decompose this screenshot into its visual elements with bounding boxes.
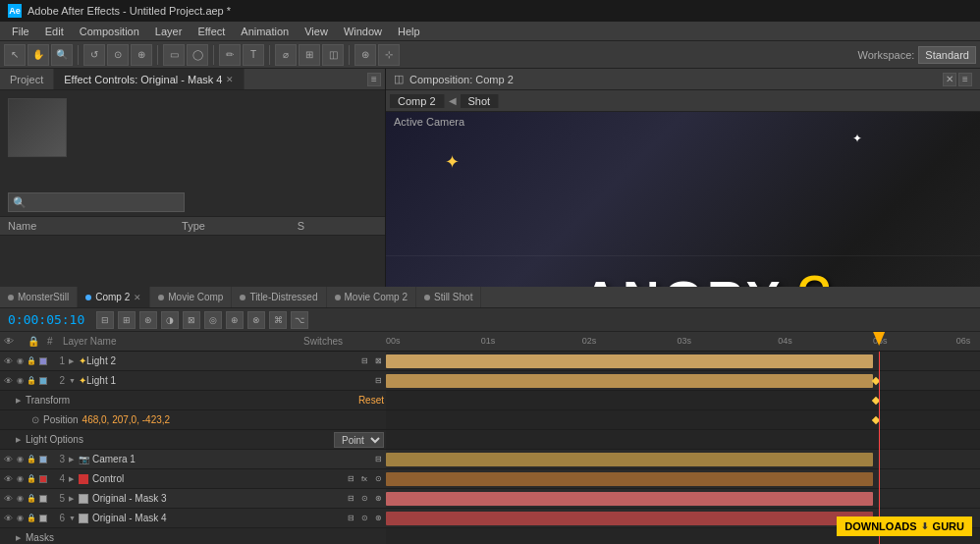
solo-layer3[interactable]: ◉ — [14, 454, 26, 465]
tab-comp2-close[interactable]: ✕ — [134, 293, 141, 302]
tl-btn-3[interactable]: ⊛ — [139, 311, 157, 329]
eye-layer3[interactable]: 👁 — [2, 454, 14, 465]
panel-menu[interactable]: ≡ — [367, 73, 381, 86]
eye-layer5[interactable]: 👁 — [2, 493, 14, 505]
tool-puppet[interactable]: ⊹ — [378, 44, 400, 66]
lock-layer1[interactable]: 🔒 — [26, 355, 37, 367]
expand-layer4[interactable] — [69, 474, 79, 483]
tool-rotate[interactable]: ↺ — [83, 44, 105, 66]
menu-help[interactable]: Help — [390, 24, 428, 39]
tl-btn-2[interactable]: ⊞ — [118, 311, 136, 329]
layer-row-3[interactable]: 👁 ◉ 🔒 3 📷 Camera 1 ⊟ — [0, 450, 386, 469]
expand-layer6[interactable] — [69, 514, 79, 522]
eye-layer2[interactable]: 👁 — [2, 375, 14, 387]
tool-camera-orbit[interactable]: ⊙ — [107, 44, 129, 66]
tool-hand[interactable]: ✋ — [27, 44, 49, 66]
expand-masks[interactable] — [16, 533, 26, 542]
tool-text[interactable]: T — [243, 44, 264, 66]
timeline-tab-titledistressed[interactable]: Title-Distressed — [232, 287, 326, 307]
solo-layer6[interactable]: ◉ — [14, 513, 26, 524]
layer-row-4[interactable]: 👁 ◉ 🔒 4 Control ⊟ fx ⊙ — [0, 469, 386, 489]
tl-btn-10[interactable]: ⌥ — [291, 311, 308, 329]
tool-pan[interactable]: ⊕ — [131, 44, 152, 66]
menu-animation[interactable]: Animation — [233, 24, 297, 39]
sw1[interactable]: ⊟ — [358, 355, 370, 367]
timeline-tab-comp2[interactable]: Comp 2 ✕ — [78, 287, 150, 307]
layer-row-5[interactable]: 👁 ◉ 🔒 5 Original - Mask 3 ⊟ ⊙ ⊛ — [0, 489, 386, 509]
expand-layer2[interactable] — [69, 376, 79, 385]
lock-layer4[interactable]: 🔒 — [26, 473, 37, 485]
track-row-1[interactable] — [386, 352, 980, 371]
sw-l5-3[interactable]: ⊛ — [372, 493, 384, 505]
menu-edit[interactable]: Edit — [37, 24, 72, 39]
track-row-4[interactable] — [386, 469, 980, 489]
tool-pen[interactable]: ✏ — [219, 44, 241, 66]
tool-mask-rect[interactable]: ▭ — [163, 44, 185, 66]
comp-nav-arrow[interactable]: ◀ — [449, 95, 457, 106]
lock-layer5[interactable]: 🔒 — [26, 493, 37, 505]
menu-composition[interactable]: Composition — [72, 24, 147, 39]
timeline-tab-stillshot[interactable]: Still Shot — [416, 287, 481, 307]
tool-arrow[interactable]: ↖ — [4, 44, 26, 66]
sw-l6-1[interactable]: ⊟ — [345, 513, 356, 524]
tool-zoom[interactable]: 🔍 — [51, 44, 73, 66]
eye-layer1[interactable]: 👁 — [2, 355, 14, 367]
tool-eraser[interactable]: ◫ — [322, 44, 344, 66]
lock-layer6[interactable]: 🔒 — [26, 513, 37, 524]
layer-row-6[interactable]: 👁 ◉ 🔒 6 Original - Mask 4 ⊟ ⊙ ⊛ — [0, 509, 386, 528]
workspace-selector[interactable]: Standard — [918, 46, 976, 64]
sw-l3-1[interactable]: ⊟ — [372, 454, 384, 465]
track-row-5[interactable] — [386, 489, 980, 509]
menu-effect[interactable]: Effect — [190, 24, 233, 39]
sw-l5-2[interactable]: ⊙ — [358, 493, 370, 505]
lock-layer3[interactable]: 🔒 — [26, 454, 37, 465]
expand-lightopts[interactable] — [16, 435, 26, 444]
sw-l4-2[interactable]: fx — [358, 473, 370, 485]
lock-layer2[interactable]: 🔒 — [26, 375, 37, 387]
solo-layer2[interactable]: ◉ — [14, 375, 26, 387]
search-input[interactable] — [8, 192, 185, 212]
sw2[interactable]: ⊠ — [372, 355, 384, 367]
menu-view[interactable]: View — [297, 24, 336, 39]
track-row-3[interactable] — [386, 450, 980, 469]
time-display[interactable]: 0:00:05:10 — [8, 312, 84, 327]
solo-layer5[interactable]: ◉ — [14, 493, 26, 505]
expand-transform[interactable] — [16, 396, 26, 405]
menu-file[interactable]: File — [4, 24, 37, 39]
comp-nav-shot[interactable]: Shot — [461, 94, 500, 108]
tool-mask-ellipse[interactable]: ◯ — [187, 44, 208, 66]
comp-panel-close[interactable]: ✕ — [943, 73, 956, 86]
tool-brush[interactable]: ⌀ — [275, 44, 297, 66]
timeline-tab-monsterstill[interactable]: MonsterStill — [0, 287, 78, 307]
eye-layer4[interactable]: 👁 — [2, 473, 14, 485]
tool-clone[interactable]: ⊞ — [299, 44, 320, 66]
tab-project[interactable]: Project — [0, 69, 54, 89]
tab-close[interactable]: ✕ — [226, 75, 234, 84]
menu-layer[interactable]: Layer — [147, 24, 191, 39]
sw-l5-1[interactable]: ⊟ — [345, 493, 356, 505]
tl-btn-4[interactable]: ◑ — [161, 311, 179, 329]
solo-layer1[interactable]: ◉ — [14, 355, 26, 367]
comp-nav-comp2[interactable]: Comp 2 — [390, 94, 445, 108]
transform-reset[interactable]: Reset — [358, 395, 384, 406]
eye-layer6[interactable]: 👁 — [2, 513, 14, 524]
sw-l4-1[interactable]: ⊟ — [345, 473, 356, 485]
sw-l6-3[interactable]: ⊛ — [372, 513, 384, 524]
layer-row-2[interactable]: 👁 ◉ 🔒 2 ✦ Light 1 ⊟ — [0, 371, 386, 391]
solo-layer4[interactable]: ◉ — [14, 473, 26, 485]
expand-layer3[interactable] — [69, 455, 79, 463]
tl-btn-8[interactable]: ⊗ — [247, 311, 265, 329]
tl-btn-9[interactable]: ⌘ — [269, 311, 287, 329]
timeline-tab-moviecomp2[interactable]: Movie Comp 2 — [327, 287, 416, 307]
expand-layer5[interactable] — [69, 494, 79, 503]
track-row-2[interactable] — [386, 371, 980, 391]
lightopts-dropdown[interactable]: Point — [334, 432, 384, 448]
tl-btn-5[interactable]: ⊠ — [183, 311, 200, 329]
comp-panel-menu[interactable]: ≡ — [958, 73, 972, 86]
timeline-tab-moviecomp[interactable]: Movie Comp — [150, 287, 232, 307]
tl-btn-1[interactable]: ⊟ — [96, 311, 114, 329]
sw-l6-2[interactable]: ⊙ — [358, 513, 370, 524]
expand-layer1[interactable] — [69, 356, 79, 365]
tool-roto[interactable]: ⊛ — [354, 44, 376, 66]
menu-window[interactable]: Window — [336, 24, 390, 39]
